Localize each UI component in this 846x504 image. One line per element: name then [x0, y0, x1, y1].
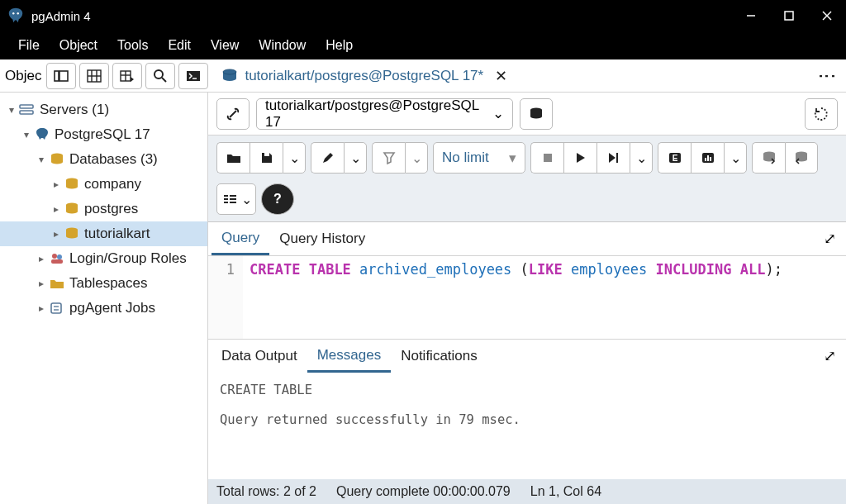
- rollback-icon[interactable]: [785, 142, 818, 174]
- minimize-button[interactable]: [732, 0, 770, 31]
- menu-file[interactable]: File: [8, 35, 50, 56]
- menu-help[interactable]: Help: [316, 35, 363, 56]
- search-icon[interactable]: [145, 63, 175, 89]
- menu-window[interactable]: Window: [249, 35, 316, 56]
- tree-postgresql[interactable]: ▾ PostgreSQL 17: [0, 122, 207, 147]
- svg-rect-21: [20, 105, 33, 108]
- execute-icon[interactable]: [563, 142, 596, 174]
- connection-bar: tutorialkart/postgres@PostgreSQL 17 ⌄: [208, 93, 846, 136]
- svg-rect-7: [59, 71, 68, 81]
- commit-icon[interactable]: [752, 142, 785, 174]
- new-connection-icon[interactable]: [520, 98, 553, 130]
- properties-icon[interactable]: [46, 63, 76, 89]
- limit-select[interactable]: No limit ▾: [433, 142, 525, 174]
- menu-tools[interactable]: Tools: [107, 35, 158, 56]
- edit-icon[interactable]: [311, 142, 344, 174]
- filter-button-icon[interactable]: [372, 142, 405, 174]
- tab-query-history[interactable]: Query History: [269, 224, 375, 254]
- tree-db-company[interactable]: ▸ company: [0, 172, 207, 197]
- filter-dropdown-icon[interactable]: ⌄: [405, 142, 428, 174]
- folder-icon: [48, 275, 66, 292]
- jobs-icon: [48, 300, 66, 316]
- save-icon[interactable]: [250, 142, 283, 174]
- menu-view[interactable]: View: [201, 35, 249, 56]
- main-panel: tutorialkart/postgres@PostgreSQL 17 ⌄ ⌄ …: [208, 93, 846, 504]
- chevron-down-icon: ▾: [5, 104, 18, 116]
- explain-icon[interactable]: E: [658, 142, 691, 174]
- help-icon[interactable]: ?: [261, 183, 294, 215]
- tree-tablespaces[interactable]: ▸ Tablespaces: [0, 271, 207, 296]
- messages-output: CREATE TABLE Query returned successfully…: [208, 373, 846, 479]
- tree-db-tutorialkart[interactable]: ▸ tutorialkart: [0, 221, 207, 246]
- chevron-right-icon: ▸: [50, 203, 63, 215]
- tree-servers-label: Servers (1): [40, 102, 109, 118]
- open-file-icon[interactable]: [216, 142, 250, 174]
- menu-edit[interactable]: Edit: [158, 35, 201, 56]
- close-tab-icon[interactable]: ✕: [495, 67, 507, 85]
- tree-db-postgres[interactable]: ▸ postgres: [0, 197, 207, 221]
- svg-rect-6: [55, 71, 59, 81]
- status-time: Query complete 00:00:00.079: [336, 484, 511, 499]
- close-button[interactable]: [808, 0, 846, 31]
- limit-label: No limit: [442, 150, 489, 166]
- maximize-button[interactable]: [770, 0, 808, 31]
- tab-messages[interactable]: Messages: [307, 340, 391, 373]
- filter-icon[interactable]: [112, 63, 142, 89]
- expand-editor-icon[interactable]: ⤢: [824, 230, 836, 248]
- tree-db-postgres-label: postgres: [84, 201, 138, 217]
- tree-pgagent[interactable]: ▸ pgAgent Jobs: [0, 296, 207, 321]
- titlebar: pgAdmin 4: [0, 0, 846, 31]
- svg-point-27: [52, 254, 57, 259]
- sql-code: CREATE TABLE archived_employees (LIKE em…: [243, 256, 789, 339]
- stop-icon[interactable]: [530, 142, 563, 174]
- tree-login-roles[interactable]: ▸ Login/Group Roles: [0, 246, 207, 271]
- tab-query[interactable]: Query: [212, 223, 269, 255]
- status-pos: Ln 1, Col 64: [530, 484, 601, 499]
- tree-servers[interactable]: ▾ Servers (1): [0, 97, 207, 122]
- database-icon: [63, 176, 81, 193]
- tab-notifications[interactable]: Notifications: [391, 341, 487, 371]
- tree-db-tutorialkart-label: tutorialkart: [84, 226, 150, 242]
- menu-object[interactable]: Object: [50, 35, 107, 56]
- sql-editor[interactable]: 1 CREATE TABLE archived_employees (LIKE …: [208, 255, 846, 339]
- connection-label: tutorialkart/postgres@PostgreSQL 17: [265, 97, 492, 131]
- editor-tab[interactable]: tutorialkart/postgres@PostgreSQL 17* ✕: [218, 62, 511, 90]
- svg-rect-30: [51, 303, 61, 313]
- expand-output-icon[interactable]: ⤢: [824, 347, 836, 365]
- chevron-right-icon: ▸: [35, 302, 48, 314]
- terminal-icon[interactable]: [178, 63, 208, 89]
- tab-data-output[interactable]: Data Output: [212, 341, 307, 371]
- tree-pg-label: PostgreSQL 17: [55, 126, 150, 143]
- svg-text:E: E: [672, 154, 677, 163]
- connection-select[interactable]: tutorialkart/postgres@PostgreSQL 17 ⌄: [256, 98, 513, 130]
- window-title: pgAdmin 4: [31, 9, 91, 23]
- object-explorer-label: Objec: [0, 68, 43, 84]
- svg-rect-17: [187, 71, 200, 81]
- execute-line-icon[interactable]: [596, 142, 630, 174]
- explain-dropdown-icon[interactable]: ⌄: [724, 142, 747, 174]
- more-icon[interactable]: ⋮: [816, 67, 838, 85]
- tree-db-company-label: company: [84, 176, 141, 193]
- line-gutter: 1: [208, 256, 243, 339]
- chevron-down-icon: ⌄: [492, 105, 504, 122]
- grid-icon[interactable]: [79, 63, 109, 89]
- output-tabs: Data Output Messages Notifications ⤢: [208, 340, 846, 373]
- connection-status-icon[interactable]: [216, 98, 250, 130]
- svg-point-0: [12, 12, 14, 14]
- pgadmin-logo-icon: [7, 7, 25, 25]
- execute-dropdown-icon[interactable]: ⌄: [630, 142, 653, 174]
- macros-icon[interactable]: ⌄: [216, 183, 256, 215]
- result-panel: Data Output Messages Notifications ⤢ CRE…: [208, 339, 846, 504]
- save-dropdown-icon[interactable]: ⌄: [283, 142, 306, 174]
- svg-rect-41: [707, 155, 709, 161]
- tree-databases[interactable]: ▾ Databases (3): [0, 147, 207, 172]
- svg-point-1: [17, 12, 19, 14]
- status-bar: Total rows: 2 of 2 Query complete 00:00:…: [208, 479, 846, 504]
- svg-rect-35: [544, 154, 552, 162]
- chevron-right-icon: ▸: [50, 178, 63, 190]
- reset-layout-icon[interactable]: [805, 98, 838, 130]
- explain-analyze-icon[interactable]: [691, 142, 724, 174]
- svg-rect-22: [20, 111, 33, 114]
- edit-dropdown-icon[interactable]: ⌄: [344, 142, 367, 174]
- svg-rect-29: [51, 259, 63, 264]
